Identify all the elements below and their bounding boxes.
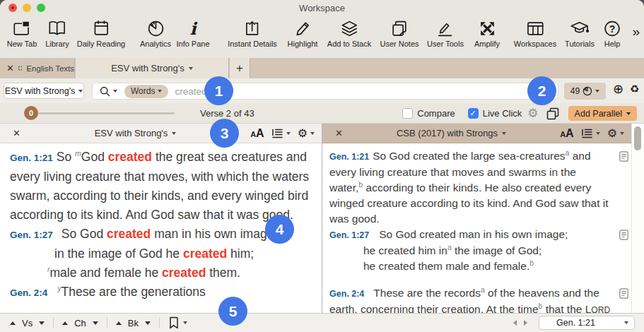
verse-up-button[interactable]: [10, 321, 16, 325]
titlebar: Workspace: [0, 0, 644, 16]
amplify-button[interactable]: Amplify: [474, 19, 500, 48]
close-pane-icon[interactable]: ✕: [13, 129, 21, 138]
previous-reference-button[interactable]: [513, 320, 517, 326]
search-query-text: created: [175, 86, 206, 97]
amplify-arrows-icon: [478, 19, 497, 38]
display-settings-icon[interactable]: [581, 128, 593, 139]
chevron-down-icon: [310, 132, 315, 135]
pane-settings-gear-icon[interactable]: ⚙: [298, 128, 308, 139]
user-tools-button[interactable]: User Tools: [427, 19, 464, 48]
parallel-panes-icon[interactable]: [546, 107, 560, 121]
text-size-button[interactable]: AA: [250, 127, 264, 140]
workspace-window: Workspace New Tab Library Daily Reading …: [0, 0, 644, 332]
verse-reference[interactable]: Gen. 1:27: [10, 230, 53, 240]
module-selector-button[interactable]: ESV with Strong's: [4, 83, 84, 99]
verse-text: according to their kinds. He also create…: [329, 182, 609, 225]
highlight-button[interactable]: Highlight: [288, 19, 318, 48]
chevron-down-icon: [189, 67, 193, 70]
workspaces-button[interactable]: Workspaces: [514, 19, 556, 48]
search-options-chevron-icon[interactable]: [113, 90, 117, 93]
library-button[interactable]: Library: [45, 19, 69, 48]
live-click-checkbox[interactable]: ✓: [468, 108, 479, 119]
compare-checkbox-row[interactable]: Compare: [402, 108, 455, 119]
close-pane-icon[interactable]: ✕: [335, 129, 343, 138]
footnote-marker: b: [529, 259, 534, 267]
hit-count-button[interactable]: 49: [564, 83, 606, 100]
reference-field[interactable]: Gen. 1:21: [539, 316, 635, 330]
note-icon[interactable]: [619, 150, 628, 166]
pane-csb: ✕ CSB (2017) with Strongs AA ⚙ Gen. 1:21…: [322, 124, 644, 313]
bookmark-icon[interactable]: [168, 316, 179, 329]
tutorials-button[interactable]: Tutorials: [565, 19, 595, 48]
help-button[interactable]: ? Help: [603, 19, 622, 48]
plus-circle-icon[interactable]: ⊕: [613, 81, 623, 97]
live-click-settings-gear-icon[interactable]: ⚙: [527, 107, 538, 119]
add-parallel-button[interactable]: Add Parallel: [568, 106, 637, 121]
verse-line: Gen. 1:21So mGod created the great sea c…: [10, 148, 315, 225]
csb-text-content[interactable]: Gen. 1:21So God created the large sea-cr…: [322, 143, 631, 313]
verse-down-button[interactable]: [39, 321, 45, 325]
compare-checkbox[interactable]: [402, 108, 413, 119]
verse-line: he created him ina the image of God;: [329, 243, 611, 259]
chevron-down-icon: [596, 132, 600, 135]
callout-3: 3: [210, 119, 239, 148]
search-input[interactable]: Words created: [92, 83, 558, 100]
recycle-icon[interactable]: ♻: [630, 83, 639, 95]
display-settings-icon[interactable]: [271, 128, 283, 139]
scrollbar-track[interactable]: [631, 124, 644, 313]
add-to-stack-button[interactable]: Add to Stack: [327, 19, 371, 48]
search-scope-pill[interactable]: Words: [124, 85, 168, 98]
instant-details-button[interactable]: Instant Details: [228, 19, 277, 48]
verse-line: rmale and female he created them.: [10, 263, 315, 283]
verse-text: So God created man in his own image;: [379, 228, 568, 240]
verse-reference[interactable]: Gen. 1:27: [329, 230, 369, 240]
toolbar-overflow-chevron[interactable]: »: [632, 25, 640, 38]
verse-reference[interactable]: Gen. 1:21: [10, 153, 53, 163]
pane-title-button[interactable]: CSB (2017) with Strongs: [343, 128, 560, 138]
chapter-up-button[interactable]: [62, 321, 68, 325]
chevron-down-icon[interactable]: [183, 321, 187, 324]
close-tab-group-icon[interactable]: ✕: [6, 64, 14, 73]
chevron-down-icon: [78, 90, 83, 93]
book-up-button[interactable]: [116, 321, 122, 325]
user-notes-button[interactable]: User Notes: [380, 19, 418, 48]
verse-text: So God: [62, 227, 107, 241]
verse-text: the great sea creatures and every living…: [10, 150, 309, 222]
next-reference-button[interactable]: [524, 320, 527, 326]
library-icon: [48, 19, 67, 38]
book-down-button[interactable]: [145, 321, 151, 325]
live-click-checkbox-row[interactable]: ✓ Live Click: [468, 108, 522, 119]
footnote-marker: m: [75, 149, 81, 158]
chevron-down-icon: [595, 90, 599, 93]
text-panes: ✕ ESV with Strong's AA ⚙ Gen. 1:21So mGo…: [0, 124, 644, 313]
analytics-button[interactable]: Analytics: [140, 19, 171, 48]
note-icon[interactable]: [619, 287, 628, 303]
daily-reading-button[interactable]: Daily Reading: [77, 19, 125, 48]
chapter-down-button[interactable]: [93, 321, 98, 325]
window-title: Workspace: [0, 3, 644, 13]
new-tab-plus-button[interactable]: +: [230, 58, 250, 78]
verse-slider-track[interactable]: [38, 112, 175, 114]
verse-status-text: Verse 2 of 43: [200, 108, 254, 119]
verse-text: God: [81, 150, 108, 164]
layers-icon: [340, 19, 359, 38]
note-icon[interactable]: [619, 229, 628, 244]
verse-reference[interactable]: Gen. 2:4: [10, 287, 47, 298]
verse: Gen. 1:21So mGod created the great sea c…: [10, 148, 315, 225]
info-pane-button[interactable]: i Info Pane: [176, 19, 209, 48]
pane-settings-gear-icon[interactable]: ⚙: [607, 128, 617, 139]
verse-reference[interactable]: Gen. 2:4: [329, 289, 364, 299]
tab-group-label: English Texts: [26, 64, 74, 73]
graduation-cap-icon: [570, 19, 590, 38]
tab-strip: ✕ English Texts ESV with Strong's +: [0, 58, 644, 78]
text-size-button[interactable]: AA: [560, 127, 574, 140]
verse-reference[interactable]: Gen. 1:21: [329, 152, 369, 162]
tab-group-english-texts[interactable]: ✕ English Texts: [0, 58, 75, 78]
verse-text: him;: [227, 247, 254, 261]
verse-slider-knob[interactable]: 0: [24, 106, 38, 120]
scrollbar-thumb[interactable]: [634, 126, 641, 150]
new-tab-button[interactable]: New Tab: [7, 19, 37, 48]
tab-esv-with-strongs[interactable]: ESV with Strong's: [76, 58, 229, 78]
expand-icon[interactable]: [18, 64, 23, 72]
pie-chart-icon: [146, 19, 165, 38]
